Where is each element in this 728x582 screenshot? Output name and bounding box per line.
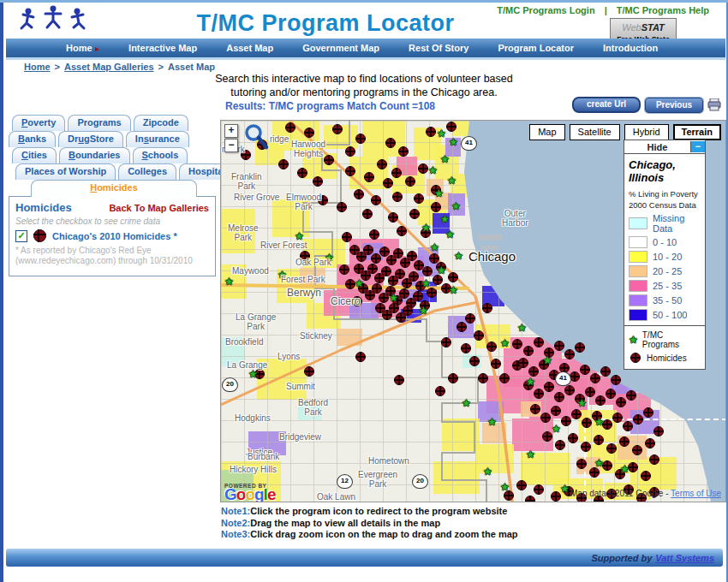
sidebar-tab-zipcode[interactable]: Zipcode — [134, 115, 188, 131]
tmc-program-marker[interactable]: ★ — [389, 293, 398, 303]
map-type-terrain[interactable]: Terrain — [673, 124, 721, 140]
drag-zoom-icon[interactable] — [243, 123, 271, 151]
nav-item-government-map[interactable]: Government Map — [302, 43, 379, 53]
tmc-program-marker[interactable]: ★ — [487, 417, 497, 427]
tmc-program-marker[interactable]: ★ — [454, 251, 463, 261]
tmc-program-marker[interactable]: ★ — [437, 128, 446, 139]
breadcrumb-item-1[interactable]: Asset Map Galleries — [64, 62, 154, 72]
vatt-systems-link[interactable]: Vatt Systems — [655, 553, 714, 563]
tmc-program-marker[interactable]: ★ — [440, 214, 450, 224]
breadcrumb-item-0[interactable]: Home — [24, 62, 51, 72]
map-type-hybrid[interactable]: Hybrid — [624, 124, 669, 140]
back-to-map-galleries-link[interactable]: Back To Map Galleries — [109, 203, 209, 213]
homicide-marker — [363, 245, 373, 255]
programs-login-link[interactable]: T/MC Programs Login — [497, 5, 594, 15]
legend-marker-row: ★T/MC Programs — [629, 330, 701, 349]
sidebar-tab-places-of-worship[interactable]: Places of Worship — [15, 163, 116, 180]
homicide-marker — [534, 389, 544, 399]
legend-swatch — [629, 217, 647, 229]
nav-item-rest-of-story[interactable]: Rest Of Story — [409, 43, 468, 53]
tmc-program-marker[interactable]: ★ — [543, 355, 552, 365]
sidebar-tab-drugstore[interactable]: DrugStore — [58, 131, 123, 147]
sidebar-tab-cities[interactable]: Cities — [12, 147, 57, 163]
tmc-program-marker[interactable]: ★ — [577, 398, 587, 408]
tmc-program-marker[interactable]: ★ — [355, 278, 364, 288]
homicide-marker — [414, 193, 424, 204]
homicide-marker — [544, 382, 554, 392]
legend-minimize-button[interactable]: − — [690, 141, 705, 152]
tmc-program-marker[interactable]: ★ — [419, 306, 428, 316]
homicide-marker — [611, 375, 621, 385]
tab-row-1: BanksDrugStoreInsurance — [9, 131, 218, 147]
legend-range-label: 35 - 50 — [653, 295, 682, 306]
map-type-map[interactable]: Map — [529, 124, 564, 140]
sidebar-tabs: PovertyProgramsZipcodeBanksDrugStoreInsu… — [9, 115, 218, 196]
nav-item-home[interactable]: Home▸ — [66, 43, 99, 53]
tmc-program-marker[interactable]: ★ — [526, 377, 535, 387]
legend-range-label: Missing Data — [653, 213, 701, 234]
sidebar-tab-boundaries[interactable]: Boundaries — [59, 147, 130, 163]
nav-item-program-locator[interactable]: Program Locator — [498, 43, 574, 53]
map-place-label: Maywood — [232, 266, 269, 276]
tmc-program-marker[interactable]: ★ — [430, 242, 439, 252]
zoom-out-button[interactable]: − — [224, 139, 238, 152]
tmc-program-marker[interactable]: ★ — [552, 424, 561, 434]
sidebar-tab-banks[interactable]: Banks — [9, 131, 56, 147]
sidebar-tab-programs[interactable]: Programs — [68, 115, 130, 131]
tmc-program-marker[interactable]: ★ — [421, 278, 431, 288]
google-wordmark: Google — [224, 485, 275, 502]
tmc-program-marker[interactable]: ★ — [620, 464, 630, 474]
sidebar-tab-schools[interactable]: Schools — [133, 147, 188, 163]
tmc-program-marker[interactable]: ★ — [428, 165, 438, 175]
homicide-marker — [534, 484, 544, 495]
tmc-program-marker[interactable]: ★ — [483, 466, 492, 477]
tmc-program-marker[interactable]: ★ — [500, 338, 510, 348]
previous-zoom-button[interactable]: Previous Zoom — [645, 98, 703, 113]
homicide-marker — [554, 392, 564, 402]
homicide-marker — [594, 435, 604, 445]
tmc-program-marker[interactable]: ★ — [462, 398, 471, 408]
homicide-marker-icon — [33, 229, 46, 242]
homicide-marker — [568, 433, 578, 443]
tmc-program-marker[interactable]: ★ — [445, 229, 455, 240]
tmc-program-marker[interactable]: ★ — [500, 482, 510, 492]
tmc-program-marker[interactable]: ★ — [437, 265, 446, 276]
tmc-program-marker[interactable]: ★ — [224, 276, 234, 287]
tmc-program-marker[interactable]: ★ — [421, 223, 431, 233]
tmc-program-marker[interactable]: ★ — [594, 458, 604, 468]
tmc-program-marker[interactable]: ★ — [449, 285, 458, 295]
programs-help-link[interactable]: T/MC Programs Help — [617, 5, 709, 15]
nav-item-introduction[interactable]: Introduction — [603, 43, 658, 53]
tmc-program-marker[interactable]: ★ — [526, 449, 535, 460]
zoom-in-button[interactable]: + — [224, 124, 238, 138]
interactive-map[interactable]: ★★★★★★★★★★★★★★★★★★★★★★★★★★★★★★★★★★★★★★ r… — [220, 120, 726, 502]
nav-item-interactive-map[interactable]: Interactive Map — [128, 43, 197, 53]
tmc-program-marker[interactable]: ★ — [560, 484, 570, 494]
tmc-program-marker[interactable]: ★ — [451, 201, 461, 211]
create-url-button[interactable]: create Url — [572, 97, 641, 113]
map-type-satellite[interactable]: Satellite — [570, 124, 620, 140]
sidebar-tab-poverty[interactable]: Poverty — [12, 115, 65, 131]
legend-row: 0 - 10 — [629, 236, 701, 248]
tmc-program-marker[interactable]: ★ — [449, 137, 458, 147]
homicide-marker — [564, 385, 575, 395]
homicide-marker — [456, 322, 467, 332]
terms-of-use-link[interactable]: Terms of Use — [671, 489, 721, 498]
tmc-program-marker[interactable]: ★ — [594, 417, 604, 427]
tmc-program-marker[interactable]: ★ — [248, 369, 258, 379]
sidebar-tab-homicides[interactable]: Homicides — [31, 180, 197, 197]
tmc-program-marker[interactable]: ★ — [434, 188, 444, 199]
tab-row-0: PovertyProgramsZipcode — [12, 115, 218, 131]
sidebar-tab-colleges[interactable]: Colleges — [118, 163, 176, 180]
footnote-line2: (www.redeyechicago.com) through 10/31/20… — [15, 256, 209, 266]
tmc-program-marker[interactable]: ★ — [447, 175, 456, 186]
tmc-program-marker[interactable]: ★ — [440, 154, 450, 164]
map-place-label: Burbank — [248, 452, 279, 461]
sidebar-tab-insurance[interactable]: Insurance — [126, 131, 189, 147]
printer-icon[interactable] — [707, 98, 721, 111]
legend-hide-label[interactable]: Hide — [624, 142, 690, 152]
homicide-marker — [393, 248, 403, 258]
nav-item-asset-map[interactable]: Asset Map — [226, 43, 273, 53]
homicides-checkbox[interactable]: ✓ — [15, 230, 27, 242]
tmc-program-marker[interactable]: ★ — [517, 323, 527, 333]
